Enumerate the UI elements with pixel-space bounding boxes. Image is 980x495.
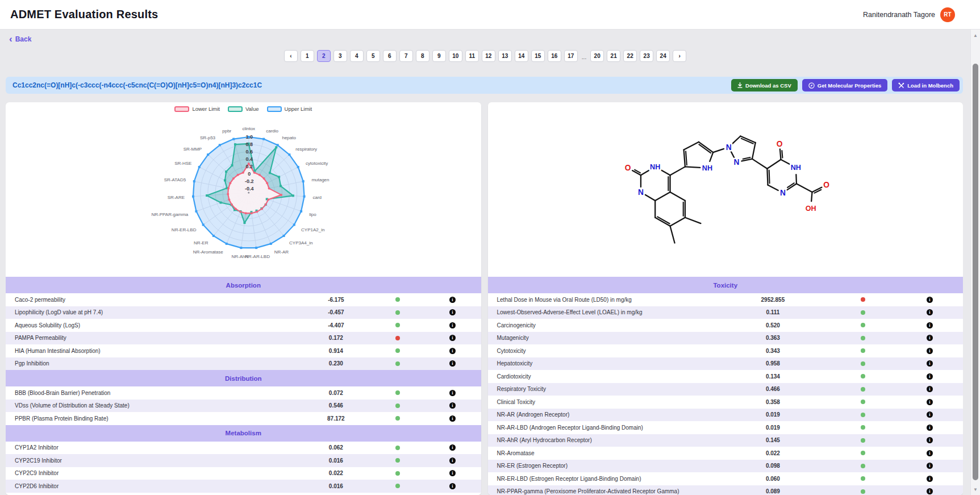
info-icon[interactable]: i bbox=[449, 322, 456, 328]
page-button[interactable]: 9 bbox=[432, 50, 446, 62]
page-button[interactable]: 16 bbox=[548, 50, 561, 62]
svg-text:-0.4: -0.4 bbox=[245, 186, 254, 192]
svg-text:SR-ATAD5: SR-ATAD5 bbox=[164, 177, 186, 182]
row-label: VDss (Volume of Distribution at Steady S… bbox=[6, 402, 301, 409]
row-value: 0.230 bbox=[301, 360, 372, 367]
info-icon[interactable]: i bbox=[927, 450, 933, 456]
page-button[interactable]: 10 bbox=[449, 50, 462, 62]
info-icon[interactable]: i bbox=[927, 335, 933, 341]
info-icon[interactable]: i bbox=[927, 348, 933, 354]
info-icon[interactable]: i bbox=[927, 309, 933, 315]
download-icon bbox=[737, 82, 743, 88]
info-icon[interactable]: i bbox=[927, 322, 933, 328]
download-csv-button[interactable]: Download as CSV bbox=[731, 79, 798, 91]
table-row: Mutagenicity0.363i bbox=[488, 332, 964, 345]
svg-text:0.8: 0.8 bbox=[245, 142, 253, 147]
row-label: NR-ER-LBD (Estrogen Receptor Ligand-Bind… bbox=[488, 476, 716, 482]
page-button[interactable]: 3 bbox=[333, 50, 347, 62]
page-button[interactable]: 4 bbox=[350, 50, 364, 62]
page-button[interactable]: 5 bbox=[366, 50, 380, 62]
svg-text:cytotoxicity: cytotoxicity bbox=[306, 161, 328, 166]
section-header: Distribution bbox=[6, 370, 481, 386]
page-button[interactable]: 15 bbox=[531, 50, 545, 62]
page-button[interactable]: 22 bbox=[623, 50, 637, 62]
svg-text:OH: OH bbox=[805, 205, 816, 213]
page-button[interactable]: 23 bbox=[640, 50, 653, 62]
page-content: ‹ Back ‹1234567891011121314151617...2021… bbox=[0, 30, 980, 495]
get-molecular-properties-button[interactable]: Get Molecular Properties bbox=[802, 79, 887, 91]
scroll-up-icon[interactable]: ▲ bbox=[971, 33, 980, 38]
scrollbar[interactable]: ▲ ▼ bbox=[970, 30, 980, 495]
page-button[interactable]: 2 bbox=[317, 50, 331, 62]
status-dot bbox=[861, 451, 865, 455]
info-icon[interactable]: i bbox=[449, 348, 456, 354]
info-icon[interactable]: i bbox=[927, 425, 933, 431]
radar-chart-svg: 1.00.80.60.40.20-0.2-0.4clintoxcardiohep… bbox=[6, 102, 481, 277]
back-button[interactable]: ‹ Back bbox=[9, 35, 31, 43]
status-dot bbox=[861, 489, 865, 494]
info-icon[interactable]: i bbox=[449, 335, 456, 341]
page-button[interactable]: 1 bbox=[301, 50, 314, 62]
page-button[interactable]: 21 bbox=[607, 50, 620, 62]
row-value: -0.457 bbox=[301, 309, 372, 315]
page-button[interactable]: 12 bbox=[482, 50, 495, 62]
info-icon[interactable]: i bbox=[927, 463, 933, 469]
svg-text:0.6: 0.6 bbox=[245, 149, 253, 155]
legend-item[interactable]: Value bbox=[228, 106, 259, 112]
legend-item[interactable]: Lower Limit bbox=[174, 106, 220, 112]
info-icon[interactable]: i bbox=[449, 360, 456, 367]
page-button[interactable]: 8 bbox=[416, 50, 429, 62]
table-row: CYP1A2 Inhibitor0.062i bbox=[6, 442, 481, 455]
info-icon[interactable]: i bbox=[449, 457, 456, 464]
page-next-button[interactable]: › bbox=[673, 50, 686, 62]
section-header: Absorption bbox=[6, 277, 481, 293]
info-icon[interactable]: i bbox=[927, 360, 933, 367]
info-icon[interactable]: i bbox=[449, 444, 456, 451]
svg-text:NH: NH bbox=[790, 164, 800, 172]
legend-item[interactable]: Upper Limit bbox=[267, 106, 312, 112]
row-value: -6.175 bbox=[301, 297, 372, 303]
info-icon[interactable]: i bbox=[927, 373, 933, 380]
status-dot bbox=[395, 336, 400, 340]
svg-text:SR-MMP: SR-MMP bbox=[184, 147, 202, 152]
page-button[interactable]: 6 bbox=[383, 50, 397, 62]
status-dot bbox=[861, 310, 865, 315]
info-icon[interactable]: i bbox=[927, 411, 933, 418]
info-icon[interactable]: i bbox=[927, 399, 933, 405]
info-icon[interactable]: i bbox=[927, 437, 933, 443]
scroll-down-icon[interactable]: ▼ bbox=[971, 487, 980, 492]
page-button[interactable]: 14 bbox=[515, 50, 528, 62]
table-row: Lowest-Observed-Adverse-Effect Level (LO… bbox=[488, 306, 964, 319]
info-icon[interactable]: i bbox=[449, 415, 456, 422]
info-icon[interactable]: i bbox=[449, 402, 456, 409]
row-label: Carcinogenicity bbox=[488, 322, 716, 328]
page-button[interactable]: 13 bbox=[498, 50, 512, 62]
info-icon[interactable]: i bbox=[927, 476, 933, 482]
info-icon[interactable]: i bbox=[449, 483, 456, 489]
row-value: 0.072 bbox=[301, 390, 372, 396]
scrollbar-thumb[interactable] bbox=[973, 64, 978, 480]
info-icon[interactable]: i bbox=[449, 309, 456, 315]
page-button[interactable]: 7 bbox=[399, 50, 413, 62]
table-row: NR-PPAR-gamma (Peroxisome Proliferator-A… bbox=[488, 485, 964, 495]
row-value: 0.062 bbox=[301, 444, 372, 451]
page-button[interactable]: 24 bbox=[656, 50, 670, 62]
load-in-molbench-button[interactable]: Load in Molbench bbox=[892, 79, 960, 91]
page-button[interactable]: 17 bbox=[564, 50, 578, 62]
row-value: -4.407 bbox=[301, 322, 372, 328]
info-icon[interactable]: i bbox=[449, 470, 456, 476]
page-button[interactable]: 11 bbox=[465, 50, 479, 62]
info-icon[interactable]: i bbox=[927, 297, 933, 303]
info-icon[interactable]: i bbox=[449, 390, 456, 396]
svg-text:hepato: hepato bbox=[282, 135, 296, 140]
row-value: 0.363 bbox=[716, 335, 830, 341]
avatar[interactable]: RT bbox=[940, 7, 955, 22]
page-prev-button[interactable]: ‹ bbox=[284, 50, 298, 62]
molecule-svg: NNHONHNNONHNOOH bbox=[615, 125, 836, 254]
info-icon[interactable]: i bbox=[927, 386, 933, 392]
row-label: PAMPA Permeability bbox=[6, 335, 301, 341]
info-icon[interactable]: i bbox=[927, 488, 933, 494]
page-ellipsis: ... bbox=[581, 54, 587, 62]
info-icon[interactable]: i bbox=[449, 297, 456, 303]
page-button[interactable]: 20 bbox=[590, 50, 604, 62]
